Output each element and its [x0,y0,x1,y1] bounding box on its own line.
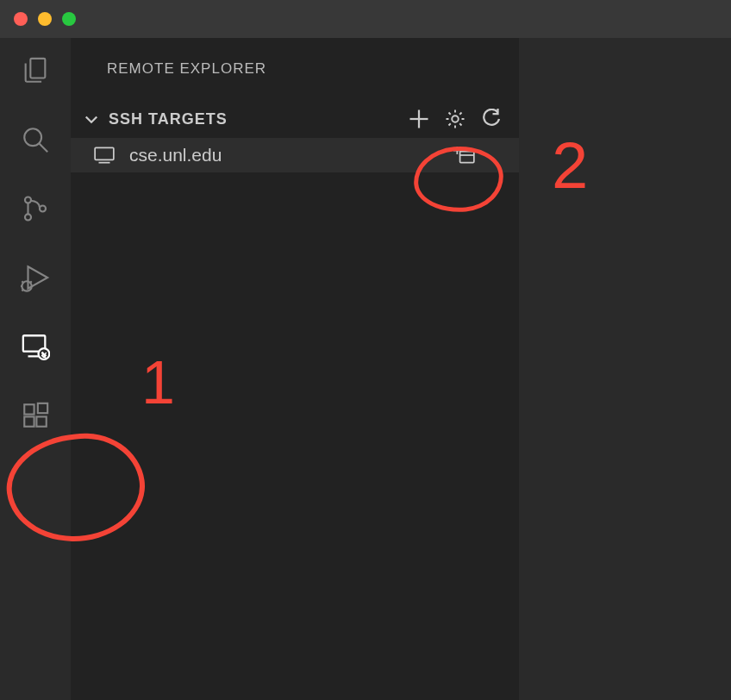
window-titlebar [0,0,731,38]
svg-line-2 [39,143,47,152]
svg-point-16 [452,116,459,122]
explorer-icon[interactable] [18,53,53,88]
svg-rect-17 [95,147,114,159]
svg-rect-11 [24,416,34,426]
target-host-label: cse.unl.edu [129,145,440,166]
section-title: SSH TARGETS [109,110,400,128]
maximize-window-button[interactable] [62,12,76,26]
svg-point-1 [24,128,41,146]
chevron-down-icon [83,110,100,128]
svg-point-5 [40,205,46,211]
monitor-icon [93,146,116,165]
add-target-icon[interactable] [409,109,429,129]
new-window-icon[interactable] [453,146,476,165]
svg-rect-10 [24,404,34,414]
minimize-window-button[interactable] [38,12,52,26]
extensions-icon[interactable] [18,398,53,433]
ssh-target-row[interactable]: cse.unl.edu [71,138,519,172]
svg-rect-12 [36,416,46,426]
sidebar-title: REMOTE EXPLORER [71,38,519,78]
svg-rect-19 [460,152,474,163]
svg-rect-13 [38,403,47,413]
remote-explorer-icon[interactable] [18,329,53,364]
run-debug-icon[interactable] [18,260,53,295]
search-icon[interactable] [18,122,53,157]
svg-point-7 [22,281,31,291]
svg-point-4 [25,214,31,220]
svg-point-3 [25,197,31,203]
editor-area [519,38,731,700]
ssh-targets-header[interactable]: SSH TARGETS [71,78,519,138]
close-window-button[interactable] [14,12,28,26]
remote-explorer-sidebar: REMOTE EXPLORER SSH TARGETS [71,38,519,700]
activity-bar [0,38,71,700]
source-control-icon[interactable] [18,191,53,226]
gear-icon[interactable] [445,109,465,129]
refresh-icon[interactable] [481,109,502,129]
svg-rect-0 [30,59,45,78]
